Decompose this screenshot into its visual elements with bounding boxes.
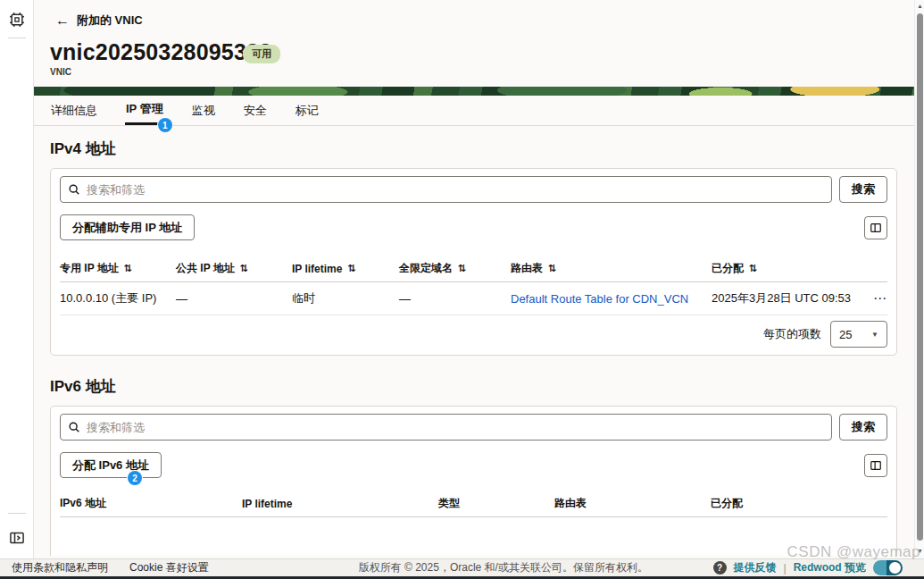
- back-link[interactable]: ← 附加的 VNIC: [55, 13, 143, 29]
- ipv6-search-button[interactable]: 搜索: [839, 414, 887, 441]
- ipv4-columns-icon[interactable]: [864, 216, 887, 239]
- page-size-select[interactable]: 25 ▼: [830, 321, 887, 348]
- cookie-preferences-link[interactable]: Cookie 喜好设置: [129, 560, 209, 575]
- ipv4-search-button[interactable]: 搜索: [839, 176, 887, 203]
- chevron-down-icon: ▼: [871, 331, 878, 339]
- annotation-badge-1: 1: [158, 118, 172, 132]
- ip-lifetime-cell: 临时: [292, 290, 399, 306]
- redwood-preview-label: Redwood 预览: [794, 560, 866, 575]
- sort-icon[interactable]: ⇅: [458, 263, 466, 274]
- tab-monitoring[interactable]: 监视: [191, 96, 216, 125]
- vertical-scrollbar[interactable]: ▲ ▼: [914, 0, 924, 558]
- chip-icon[interactable]: [8, 11, 26, 29]
- feedback-link[interactable]: 提供反馈: [734, 560, 777, 575]
- scroll-down-icon[interactable]: ▼: [915, 545, 924, 556]
- back-arrow-icon: ←: [55, 13, 70, 28]
- assign-ipv6-button[interactable]: 分配 IPv6 地址: [60, 452, 162, 478]
- route-table-link[interactable]: Default Route Table for CDN_VCN: [511, 292, 688, 306]
- search-icon: [68, 183, 80, 196]
- copyright-text: 版权所有 © 2025，Oracle 和/或其关联公司。保留所有权利。: [359, 560, 648, 575]
- private-ip-cell: 10.0.0.10 (主要 IP): [60, 290, 176, 306]
- tab-tags[interactable]: 标记: [295, 96, 320, 125]
- tab-security[interactable]: 安全: [243, 96, 268, 125]
- ipv4-search-input[interactable]: [87, 183, 824, 197]
- pagination: 每页的项数 25 ▼: [763, 321, 887, 348]
- assigned-cell: 2025年3月28日 UTC 09:53: [712, 290, 872, 306]
- rail-divider: [8, 38, 26, 38]
- sort-icon[interactable]: ⇅: [240, 263, 248, 274]
- scroll-up-icon[interactable]: ▲: [915, 0, 924, 11]
- search-icon: [68, 421, 80, 433]
- sort-icon[interactable]: ⇅: [749, 263, 757, 274]
- sort-icon[interactable]: ⇅: [548, 263, 556, 274]
- ipv6-section-heading: IPv6 地址: [50, 376, 116, 397]
- ipv4-panel: 搜索 分配辅助专用 IP 地址 专用 IP 地址⇅ 公共 IP 地址⇅ IP l…: [50, 168, 897, 356]
- tabbar: 详细信息 IP 管理 1 监视 安全 标记: [34, 96, 914, 126]
- scrollbar-thumb[interactable]: [917, 13, 923, 541]
- tab-ip-management[interactable]: IP 管理 1: [125, 96, 164, 125]
- terms-link[interactable]: 使用条款和隐私声明: [12, 560, 108, 575]
- ipv6-table-header: IPv6 地址 IP lifetime 类型 路由表 已分配: [60, 491, 887, 517]
- left-rail: [0, 0, 34, 558]
- panel-toggle-icon[interactable]: [8, 529, 26, 547]
- row-actions-icon[interactable]: ⋯: [872, 290, 887, 306]
- help-icon[interactable]: ?: [713, 561, 727, 575]
- redwood-preview-toggle[interactable]: [873, 560, 903, 575]
- sort-icon[interactable]: ⇅: [347, 263, 355, 274]
- tab-details[interactable]: 详细信息: [50, 96, 98, 125]
- toggle-knob: [888, 561, 902, 575]
- assign-secondary-private-ip-button[interactable]: 分配辅助专用 IP 地址: [60, 214, 195, 240]
- ipv4-table-row: 10.0.0.10 (主要 IP) — 临时 — Default Route T…: [60, 282, 887, 315]
- sort-icon[interactable]: ⇅: [124, 263, 132, 274]
- resource-type-label: VNIC: [50, 67, 71, 77]
- fqdn-cell: —: [399, 292, 511, 306]
- page-size-label: 每页的项数: [763, 326, 821, 342]
- ipv6-columns-icon[interactable]: [864, 454, 887, 477]
- public-ip-cell: —: [176, 292, 292, 306]
- footer: 使用条款和隐私声明 Cookie 喜好设置 版权所有 © 2025，Oracle…: [0, 558, 924, 576]
- page-title: vnic20250328095328: [50, 39, 271, 65]
- rail-divider: [8, 513, 26, 514]
- annotation-badge-2: 2: [128, 471, 142, 485]
- decorative-banner: [34, 87, 914, 96]
- ipv4-table-header: 专用 IP 地址⇅ 公共 IP 地址⇅ IP lifetime⇅ 全限定域名⇅ …: [60, 256, 887, 282]
- footer-divider: |: [784, 562, 787, 575]
- oci-console-page: ← 附加的 VNIC vnic20250328095328 可用 VNIC 详细…: [0, 0, 924, 579]
- back-label: 附加的 VNIC: [77, 13, 143, 29]
- ipv4-section-heading: IPv4 地址: [50, 138, 116, 159]
- main-content: ← 附加的 VNIC vnic20250328095328 可用 VNIC 详细…: [34, 0, 914, 558]
- status-badge: 可用: [243, 45, 280, 63]
- ipv6-search-input[interactable]: [87, 421, 824, 434]
- ipv6-search-box: [60, 414, 832, 441]
- ipv6-panel: 搜索 分配 IPv6 地址 2 IPv6 地址 IP lifetime 类型 路…: [50, 406, 897, 556]
- ipv4-search-box: [60, 176, 832, 203]
